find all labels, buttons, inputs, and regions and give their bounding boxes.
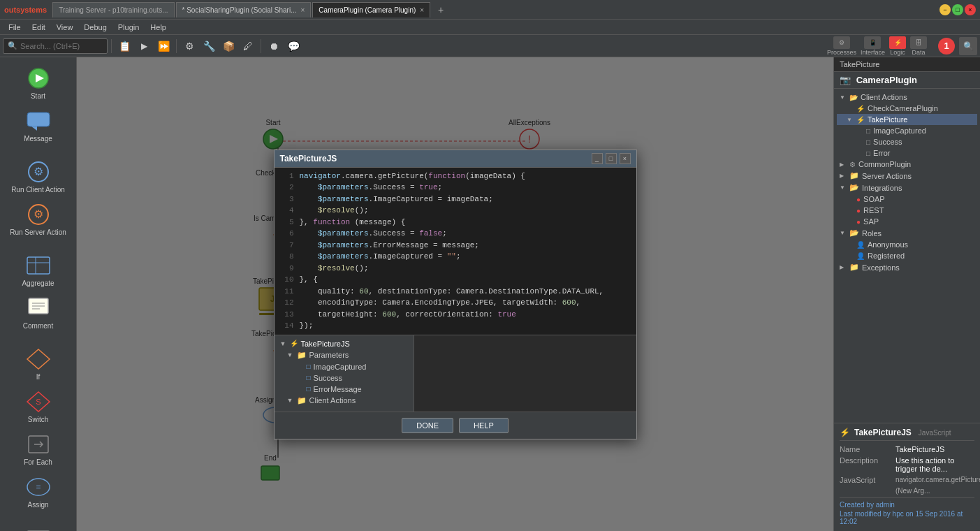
tree-registered[interactable]: 👤 Registered <box>837 250 977 261</box>
tree-soap[interactable]: ● SOAP <box>837 194 977 205</box>
props-created: Created by admin <box>840 501 974 509</box>
right-panel: TakePicture 📷 CameraPlugin ▼ 📂 Client Ac… <box>833 57 980 531</box>
help-button[interactable]: HELP <box>459 418 509 433</box>
notification-badge: 1 <box>938 38 955 54</box>
menu-plugin[interactable]: Plugin <box>112 20 145 34</box>
tool-message[interactable]: Message <box>7 106 70 145</box>
modal-tree-right <box>414 335 636 412</box>
tab-bar: Training Server - p10training.outs... * … <box>52 0 939 19</box>
tool-comment[interactable]: Comment <box>7 293 70 333</box>
modal-minimize-btn[interactable]: _ <box>592 153 603 164</box>
menu-edit[interactable]: Edit <box>27 20 51 34</box>
modal-header: TakePictureJS _ □ × <box>275 150 636 168</box>
menu-help[interactable]: Help <box>145 20 172 34</box>
tree-take-picture-item[interactable]: ▼ ⚡ TakePicture <box>837 114 977 125</box>
tree-anonymous[interactable]: 👤 Anonymous <box>837 239 977 250</box>
canvas-area[interactable]: False True False True Sta <box>77 57 833 531</box>
tool-for-each[interactable]: For Each <box>7 429 70 469</box>
tool-if[interactable]: If <box>7 344 70 384</box>
tool-json-serialize[interactable]: JSON JSON Serialize <box>7 523 70 531</box>
separator-3 <box>261 39 261 53</box>
menu-bar: File Edit View Debug Plugin Help <box>0 20 980 35</box>
menu-debug[interactable]: Debug <box>78 20 112 34</box>
toolbar-btn-7[interactable]: 🖊 <box>239 37 257 55</box>
tree-error-message[interactable]: □ ErrorMessage <box>277 384 411 395</box>
tree-image-captured[interactable]: □ ImageCaptured <box>277 361 411 372</box>
separator-1 <box>111 39 112 53</box>
app-logo: outsystems <box>4 6 47 14</box>
toolbar-action-btn[interactable]: 📋 <box>115 37 133 55</box>
tree-success-prop[interactable]: □ Success <box>837 136 977 147</box>
data-btn[interactable]: 🗄 Data <box>910 36 927 56</box>
main-layout: Start Message ⚙ Run Client Action ⚙ Run … <box>0 57 980 531</box>
tree-take-picture-js[interactable]: ▼ ⚡ TakePictureJS <box>277 338 411 349</box>
props-panel: ⚡ TakePictureJS JavaScript Name TakePict… <box>834 423 980 531</box>
tree-roles[interactable]: ▼ 📂 Roles <box>837 227 977 239</box>
tree-integrations[interactable]: ▼ 📂 Integrations <box>837 182 977 194</box>
interface-btn[interactable]: 📱 Interface <box>861 36 885 56</box>
toolbar-btn-2[interactable]: ▶ <box>135 37 153 55</box>
modal-maximize-btn[interactable]: □ <box>606 153 617 164</box>
tree-client-actions-root[interactable]: ▼ 📂 Client Actions <box>837 92 977 103</box>
right-panel-tree: ▼ 📂 Client Actions ⚡ CheckCameraPlugin ▼… <box>834 89 980 423</box>
tree-sap[interactable]: ● SAP <box>837 216 977 227</box>
logic-btn[interactable]: ⚡ Logic <box>889 36 906 56</box>
menu-view[interactable]: View <box>51 20 79 34</box>
toolbar-btn-5[interactable]: 🔧 <box>200 37 218 55</box>
toolbar-btn-3[interactable]: ⏩ <box>154 37 173 55</box>
tool-run-server[interactable]: ⚙ Run Server Action <box>7 199 70 239</box>
tree-server-actions[interactable]: ▶ 📁 Server Actions <box>837 170 977 182</box>
tree-parameters[interactable]: ▼ 📁 Parameters <box>277 349 411 361</box>
tab-social-sharing[interactable]: * SocialSharingPlugin (Social Shari... × <box>176 2 312 17</box>
props-desc-row: Description Use this action to trigger t… <box>840 456 974 473</box>
search-icon: 🔍 <box>8 41 17 50</box>
props-modified: Last modified by hpc on 15 Sep 2016 at 1… <box>840 510 974 525</box>
top-bar: outsystems Training Server - p10training… <box>0 0 980 20</box>
tool-switch[interactable]: S Switch <box>7 386 70 426</box>
tool-start[interactable]: Start <box>7 63 70 103</box>
toolbar-btn-4[interactable]: ⚙ <box>180 37 198 55</box>
search-global-btn[interactable]: 🔍 <box>959 37 977 55</box>
tree-rest[interactable]: ● REST <box>837 205 977 216</box>
tree-check-camera-plugin[interactable]: ⚡ CheckCameraPlugin <box>837 103 977 114</box>
props-new-arg-row: (New Arg... <box>840 487 974 495</box>
tree-common-plugin[interactable]: ▶ ⚙ CommonPlugin <box>837 159 977 170</box>
tool-assign[interactable]: = Assign <box>7 472 70 511</box>
processes-btn[interactable]: ⚙ Processes <box>827 36 856 56</box>
window-controls: − □ × <box>939 4 976 15</box>
new-tab-button[interactable]: + <box>432 1 450 19</box>
svg-text:⚙: ⚙ <box>34 166 43 177</box>
tree-success[interactable]: □ Success <box>277 372 411 384</box>
code-editor[interactable]: 1navigator.camera.getPicture(function(im… <box>275 168 636 335</box>
tool-aggregate[interactable]: Aggregate <box>7 250 70 290</box>
props-js-row: JavaScript navigator.camera.getPicture(f… <box>840 476 974 484</box>
tree-error-prop[interactable]: □ Error <box>837 147 977 159</box>
close-window-button[interactable]: × <box>965 4 976 15</box>
tree-image-captured-prop[interactable]: □ ImageCaptured <box>837 125 977 136</box>
modal-footer: DONE HELP <box>275 412 636 439</box>
toolbar-btn-9[interactable]: 💬 <box>284 37 302 55</box>
take-picture-js-modal: TakePictureJS _ □ × 1navigator.camera.ge… <box>274 150 637 439</box>
toolbar-btn-6[interactable]: 📦 <box>219 37 237 55</box>
right-panel-tree-root: 📷 CameraPlugin <box>834 72 980 89</box>
close-tab-icon[interactable]: × <box>420 6 424 14</box>
maximize-button[interactable]: □ <box>952 4 963 15</box>
search-input[interactable] <box>20 42 104 50</box>
toolbox: Start Message ⚙ Run Client Action ⚙ Run … <box>0 57 77 531</box>
modal-tree-panel: ▼ ⚡ TakePictureJS ▼ 📁 Parameters □ <box>275 335 636 412</box>
tool-run-client[interactable]: ⚙ Run Client Action <box>7 157 70 196</box>
done-button[interactable]: DONE <box>402 418 453 433</box>
menu-file[interactable]: File <box>3 20 27 34</box>
tree-client-actions[interactable]: ▼ 📁 Client Actions <box>277 395 411 407</box>
tab-environment[interactable]: Training Server - p10training.outs... <box>52 2 174 17</box>
tree-exceptions[interactable]: ▶ 📁 Exceptions <box>837 261 977 273</box>
search-box: 🔍 <box>3 38 108 54</box>
modal-tree-left: ▼ ⚡ TakePictureJS ▼ 📁 Parameters □ <box>275 335 414 412</box>
toolbar-btn-8[interactable]: ⏺ <box>265 37 283 55</box>
tab-camera-plugin[interactable]: CameraPlugin (Camera Plugin) × <box>312 2 430 17</box>
toolbar: 🔍 📋 ▶ ⏩ ⚙ 🔧 📦 🖊 ⏺ 💬 ⚙ Processes 📱 Interf… <box>0 35 980 57</box>
modal-close-btn[interactable]: × <box>620 153 631 164</box>
svg-marker-3 <box>31 126 37 131</box>
minimize-button[interactable]: − <box>939 4 951 15</box>
close-icon[interactable]: × <box>301 6 305 14</box>
